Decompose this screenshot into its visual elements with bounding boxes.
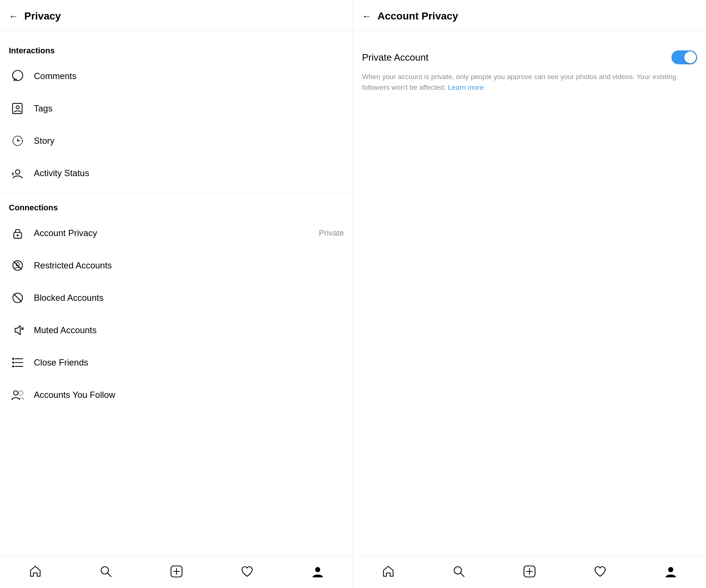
- activity-status-label: Activity Status: [34, 168, 344, 178]
- story-label: Story: [34, 136, 344, 146]
- screens-container: ← Privacy Interactions Comments: [0, 0, 706, 588]
- connections-section-label: Connections: [0, 196, 353, 217]
- svg-point-36: [668, 567, 673, 572]
- left-content: Interactions Comments: [0, 31, 353, 556]
- activity-status-icon: [9, 164, 26, 182]
- muted-icon: [9, 321, 26, 339]
- private-account-label: Private Account: [362, 52, 429, 63]
- right-nav-profile[interactable]: [660, 562, 682, 581]
- svg-point-17: [12, 358, 14, 360]
- muted-accounts-label: Muted Accounts: [34, 325, 344, 335]
- account-privacy-item[interactable]: Account Privacy Private: [0, 217, 353, 249]
- follow-icon: [9, 386, 26, 404]
- svg-point-9: [17, 234, 18, 236]
- svg-point-24: [19, 391, 23, 395]
- privacy-content: Private Account When your account is pri…: [353, 39, 706, 104]
- accounts-you-follow-label: Accounts You Follow: [34, 390, 344, 400]
- right-header: ← Account Privacy: [353, 0, 706, 31]
- right-content: Private Account When your account is pri…: [353, 31, 706, 556]
- comments-icon: [9, 67, 26, 85]
- right-page-title: Account Privacy: [378, 10, 458, 22]
- activity-status-item[interactable]: Activity Status: [0, 157, 353, 189]
- tags-icon: [9, 100, 26, 117]
- svg-line-32: [461, 573, 464, 577]
- account-privacy-value: Private: [319, 228, 344, 238]
- right-screen: ← Account Privacy Private Account When y…: [353, 0, 706, 588]
- restricted-accounts-item[interactable]: Restricted Accounts: [0, 249, 353, 282]
- story-icon: [9, 132, 26, 150]
- left-nav-search[interactable]: [95, 562, 117, 581]
- right-bottom-nav: [353, 556, 706, 588]
- right-nav-search[interactable]: [448, 562, 470, 581]
- comments-item[interactable]: Comments: [0, 60, 353, 92]
- close-friends-label: Close Friends: [34, 357, 344, 368]
- learn-more-link[interactable]: Learn more: [448, 83, 484, 91]
- right-nav-home[interactable]: [377, 562, 399, 581]
- svg-point-0: [13, 70, 23, 81]
- close-friends-icon: [9, 354, 26, 371]
- svg-point-25: [101, 567, 108, 574]
- left-nav-profile[interactable]: [307, 562, 329, 581]
- left-screen: ← Privacy Interactions Comments: [0, 0, 353, 588]
- left-nav-add[interactable]: [165, 562, 188, 581]
- restricted-accounts-label: Restricted Accounts: [34, 260, 344, 271]
- left-back-button[interactable]: ←: [9, 11, 18, 22]
- svg-point-2: [16, 106, 19, 109]
- restricted-icon: [9, 257, 26, 274]
- private-account-toggle[interactable]: [671, 50, 697, 64]
- svg-line-26: [108, 573, 111, 577]
- blocked-icon: [9, 289, 26, 307]
- left-nav-home[interactable]: [24, 562, 46, 581]
- privacy-description: When your account is private, only peopl…: [362, 72, 698, 93]
- section-divider: [0, 192, 353, 193]
- comments-label: Comments: [34, 71, 344, 81]
- left-nav-heart[interactable]: [236, 562, 258, 581]
- right-back-arrow-icon: ←: [362, 11, 372, 22]
- tags-label: Tags: [34, 103, 344, 114]
- blocked-accounts-label: Blocked Accounts: [34, 293, 344, 303]
- svg-point-6: [17, 140, 18, 141]
- accounts-you-follow-item[interactable]: Accounts You Follow: [0, 379, 353, 411]
- svg-point-19: [12, 366, 14, 367]
- account-privacy-label: Account Privacy: [34, 228, 319, 238]
- toggle-knob: [684, 51, 696, 63]
- right-nav-add[interactable]: [518, 562, 541, 581]
- muted-accounts-item[interactable]: Muted Accounts: [0, 314, 353, 346]
- close-friends-item[interactable]: Close Friends: [0, 346, 353, 379]
- lock-icon: [9, 224, 26, 242]
- right-back-button[interactable]: ←: [362, 11, 372, 22]
- left-page-title: Privacy: [24, 10, 61, 22]
- left-header: ← Privacy: [0, 0, 353, 31]
- left-back-arrow-icon: ←: [9, 11, 18, 22]
- private-account-row: Private Account: [362, 50, 698, 64]
- svg-point-23: [14, 391, 18, 395]
- svg-point-7: [15, 170, 20, 174]
- svg-point-30: [315, 567, 320, 572]
- svg-point-18: [12, 361, 14, 363]
- tags-item[interactable]: Tags: [0, 92, 353, 125]
- svg-line-14: [14, 294, 22, 302]
- right-nav-heart[interactable]: [589, 562, 611, 581]
- interactions-section-label: Interactions: [0, 39, 353, 60]
- blocked-accounts-item[interactable]: Blocked Accounts: [0, 282, 353, 314]
- svg-point-31: [454, 567, 461, 574]
- left-bottom-nav: [0, 556, 353, 588]
- story-item[interactable]: Story: [0, 125, 353, 157]
